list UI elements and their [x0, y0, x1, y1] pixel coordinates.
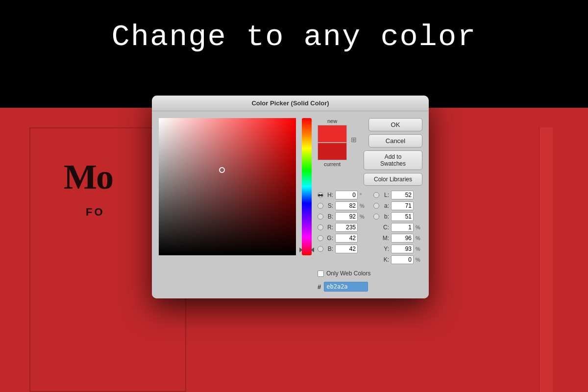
- dialog-title: Color Picker (Solid Color): [251, 99, 329, 107]
- input-m[interactable]: [391, 234, 414, 243]
- fields-section: H: ° S: % B: %: [318, 191, 422, 264]
- radio-s[interactable]: [318, 203, 323, 209]
- input-g[interactable]: [335, 234, 358, 243]
- right-panel: new current ⊞ OK Cancel Add to Swatches …: [318, 118, 422, 292]
- only-web-colors-checkbox[interactable]: [318, 270, 324, 277]
- color-gradient-area[interactable]: [159, 118, 296, 255]
- current-color-swatch: [318, 143, 347, 160]
- dialog-body: new current ⊞ OK Cancel Add to Swatches …: [152, 111, 429, 298]
- unit-m: %: [416, 235, 422, 241]
- label-y: Y:: [381, 245, 389, 252]
- notebook-main-text: Mo: [64, 157, 113, 197]
- preview-and-buttons: new current ⊞ OK Cancel Add to Swatches …: [318, 118, 422, 186]
- input-k[interactable]: [391, 255, 414, 264]
- field-c: C: %: [373, 223, 422, 232]
- hex-hash: #: [318, 283, 321, 291]
- field-b: B: %: [318, 212, 367, 221]
- label-b-rgb: B:: [325, 245, 333, 252]
- radio-r[interactable]: [318, 224, 323, 230]
- field-h: H: °: [318, 191, 367, 199]
- label-b-lab: b:: [381, 213, 389, 220]
- field-l: L:: [373, 191, 422, 199]
- field-g: G:: [318, 234, 367, 243]
- only-web-colors-row: Only Web Colors: [318, 270, 422, 277]
- notebook-sub-text: FO: [86, 206, 105, 219]
- field-b-rgb: B:: [318, 245, 367, 253]
- gradient-canvas[interactable]: [159, 118, 296, 255]
- ok-button[interactable]: OK: [368, 118, 422, 131]
- fields-left: H: ° S: % B: %: [318, 191, 367, 264]
- ruler-right: [539, 127, 553, 392]
- fields-right: L: a: b:: [373, 191, 422, 264]
- color-preview-boxes: new current ⊞: [318, 118, 347, 167]
- label-m: M:: [381, 235, 389, 242]
- input-r[interactable]: [335, 223, 358, 232]
- unit-y: %: [416, 246, 422, 252]
- input-b-rgb[interactable]: [335, 245, 358, 253]
- input-b-hsb[interactable]: [335, 212, 358, 221]
- hue-slider[interactable]: [302, 118, 312, 255]
- hue-pointer-right: [311, 247, 314, 252]
- gradient-dark: [159, 118, 296, 255]
- input-c[interactable]: [391, 223, 414, 232]
- unit-c: %: [416, 224, 422, 230]
- input-b-lab[interactable]: [391, 212, 414, 221]
- radio-g[interactable]: [318, 235, 323, 241]
- label-c: C:: [381, 224, 389, 231]
- radio-h[interactable]: [318, 192, 323, 198]
- hue-slider-wrapper[interactable]: [302, 118, 312, 255]
- color-libraries-button[interactable]: Color Libraries: [364, 173, 422, 186]
- add-to-swatches-button[interactable]: Add to Swatches: [364, 150, 422, 170]
- current-label: current: [318, 161, 347, 167]
- unit-h: °: [360, 192, 367, 198]
- label-a: a:: [381, 202, 389, 209]
- unit-s: %: [360, 203, 367, 209]
- field-a: a:: [373, 201, 422, 210]
- new-label: new: [318, 118, 347, 124]
- bottom-area: Only Web Colors #: [318, 270, 422, 292]
- input-l[interactable]: [391, 191, 414, 199]
- radio-b-hsb[interactable]: [318, 214, 323, 220]
- input-a[interactable]: [391, 201, 414, 210]
- field-r: R:: [318, 223, 367, 232]
- hex-row: #: [318, 282, 422, 292]
- radio-a[interactable]: [373, 203, 379, 209]
- label-s: S:: [325, 202, 333, 209]
- label-h: H:: [325, 192, 333, 198]
- dialog-titlebar: Color Picker (Solid Color): [152, 96, 429, 111]
- label-b-hsb: B:: [325, 213, 333, 220]
- label-k: K:: [381, 256, 389, 263]
- radio-l[interactable]: [373, 192, 379, 198]
- unit-k: %: [416, 257, 422, 263]
- hue-pointer-left: [299, 247, 303, 252]
- field-k: K: %: [373, 255, 422, 264]
- label-g: G:: [325, 235, 333, 242]
- color-picker-dialog: Color Picker (Solid Color): [152, 96, 429, 298]
- hue-slider-container[interactable]: [302, 118, 312, 255]
- input-h[interactable]: [335, 191, 358, 199]
- color-cycle-icon[interactable]: ⊞: [351, 136, 357, 144]
- hex-input[interactable]: [324, 282, 368, 292]
- field-y: Y: %: [373, 245, 422, 253]
- label-r: R:: [325, 224, 333, 231]
- unit-b-hsb: %: [360, 214, 367, 220]
- dialog-buttons: OK Cancel Add to Swatches Color Librarie…: [364, 118, 422, 186]
- picker-circle[interactable]: [219, 167, 225, 173]
- field-s: S: %: [318, 201, 367, 210]
- field-m: M: %: [373, 234, 422, 243]
- field-b-lab: b:: [373, 212, 422, 221]
- radio-b-lab[interactable]: [373, 214, 379, 220]
- only-web-colors-label: Only Web Colors: [326, 270, 370, 277]
- cancel-button[interactable]: Cancel: [368, 134, 422, 147]
- radio-b-rgb[interactable]: [318, 246, 323, 252]
- label-l: L:: [381, 192, 389, 198]
- page-heading: Change to any color: [0, 20, 588, 54]
- input-s[interactable]: [335, 201, 358, 210]
- new-color-swatch: [318, 125, 347, 143]
- input-y[interactable]: [391, 245, 414, 253]
